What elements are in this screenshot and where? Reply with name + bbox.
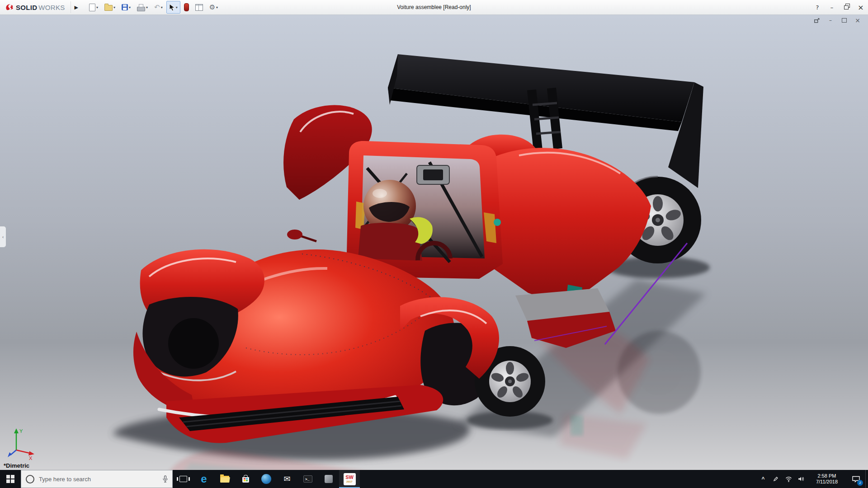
show-desktop-button[interactable] xyxy=(865,470,868,488)
globe-icon xyxy=(261,474,271,484)
y-axis-label: Y xyxy=(19,428,23,434)
cortana-icon xyxy=(26,475,34,483)
new-document-icon xyxy=(89,4,95,11)
start-button[interactable] xyxy=(0,470,21,488)
undo-icon: ↶ xyxy=(154,4,160,11)
windows-taskbar: e ✉ >_ SW 2017 ^ xyxy=(0,470,868,488)
doc-minimize-button[interactable]: – xyxy=(826,17,835,24)
clock-date: 7/11/2018 xyxy=(809,479,844,485)
chevron-down-icon[interactable]: ▾ xyxy=(113,5,115,9)
solidworks-window: SOLIDWORKS ▶ ▾ ▾ ▾ ▾ ↶ ▾ xyxy=(0,0,868,488)
design-table-icon xyxy=(195,4,203,11)
3d-viewport-scene[interactable] xyxy=(0,14,868,470)
terminal-icon: >_ xyxy=(303,475,312,483)
chevron-down-icon[interactable]: ▾ xyxy=(146,5,148,9)
hidden-icons-button[interactable]: ^ xyxy=(757,470,769,488)
search-input[interactable] xyxy=(38,475,159,483)
print-icon xyxy=(137,7,145,11)
cursor-arrow-icon xyxy=(169,4,175,11)
brand-solid: SOLID xyxy=(16,4,37,11)
notification-badge: 2 xyxy=(857,480,863,486)
x-axis-arrow xyxy=(28,451,34,456)
graphics-area[interactable]: – × ‹ Y X *Dimetric xyxy=(0,14,868,470)
dassault-3ds-logo-icon xyxy=(5,3,14,11)
pen-tray-button[interactable] xyxy=(769,470,782,488)
solidworks-taskbar-button[interactable]: SW 2017 xyxy=(339,470,360,488)
view-orientation-label: *Dimetric xyxy=(4,462,29,469)
doc-popout-button[interactable] xyxy=(813,17,821,24)
rebuild-button[interactable] xyxy=(181,1,192,14)
store-button[interactable] xyxy=(235,470,256,488)
save-floppy-icon xyxy=(122,4,128,10)
chevron-up-icon: ^ xyxy=(761,476,764,482)
mail-button[interactable]: ✉ xyxy=(277,470,297,488)
design-table-button[interactable] xyxy=(193,1,206,14)
close-button[interactable]: × xyxy=(854,0,868,14)
driver-shoulders xyxy=(358,223,422,261)
microphone-icon[interactable] xyxy=(163,475,168,483)
file-explorer-button[interactable] xyxy=(214,470,235,488)
chevron-down-icon[interactable]: ▾ xyxy=(161,5,163,9)
gear-icon: ⚙ xyxy=(209,4,215,11)
title-bar: SOLIDWORKS ▶ ▾ ▾ ▾ ▾ ↶ ▾ xyxy=(0,0,868,15)
front-left-tire[interactable] xyxy=(168,318,219,369)
edge-icon: e xyxy=(201,474,207,484)
maximize-icon xyxy=(842,18,847,23)
save-button[interactable]: ▾ xyxy=(119,1,133,14)
mail-icon: ✉ xyxy=(283,475,290,483)
store-bag-icon xyxy=(242,477,249,483)
chevron-down-icon[interactable]: ▾ xyxy=(129,5,131,9)
open-folder-icon xyxy=(104,5,113,11)
restore-icon xyxy=(844,5,849,9)
quick-access-toolbar: ▾ ▾ ▾ ▾ ↶ ▾ ▾ xyxy=(86,1,221,14)
solidworks-2017-icon: SW 2017 xyxy=(344,473,356,485)
new-document-button[interactable]: ▾ xyxy=(86,1,101,14)
restore-button[interactable] xyxy=(839,0,854,14)
options-button[interactable]: ⚙ ▾ xyxy=(207,1,221,14)
minimize-button[interactable]: – xyxy=(825,0,839,14)
taskbar-search[interactable] xyxy=(21,470,173,488)
speaker-icon xyxy=(798,476,804,482)
y-axis-arrow xyxy=(14,428,19,433)
x-axis-label: X xyxy=(29,455,33,460)
task-view-button[interactable] xyxy=(173,470,193,488)
panel-collapse-tab[interactable]: ‹ xyxy=(0,226,6,248)
file-explorer-icon xyxy=(220,476,229,482)
help-button[interactable]: ? xyxy=(810,0,825,14)
select-tool-button[interactable]: ▾ xyxy=(166,1,180,14)
doc-close-button[interactable]: × xyxy=(854,17,862,24)
clock-time: 2:58 PM xyxy=(809,473,844,479)
wifi-icon xyxy=(785,476,792,482)
network-tray-button[interactable] xyxy=(782,470,795,488)
brand-works: WORKS xyxy=(38,4,65,11)
app-cube-icon xyxy=(325,475,333,483)
volume-tray-button[interactable] xyxy=(795,470,807,488)
taskbar-clock[interactable]: 2:58 PM 7/11/2018 xyxy=(807,473,846,485)
undo-button[interactable]: ↶ ▾ xyxy=(151,1,165,14)
open-button[interactable]: ▾ xyxy=(102,1,118,14)
orientation-triad: Y X xyxy=(5,425,41,460)
action-center-button[interactable]: 2 xyxy=(846,470,865,488)
rebuild-icon xyxy=(184,3,189,11)
chevron-down-icon[interactable]: ▾ xyxy=(216,5,218,9)
windows-logo-icon xyxy=(6,475,14,483)
edge-button[interactable]: e xyxy=(193,470,214,488)
window-controls: ? – × xyxy=(810,0,868,14)
chevron-down-icon[interactable]: ▾ xyxy=(96,5,98,9)
popout-icon xyxy=(814,18,820,23)
chevron-down-icon[interactable]: ▾ xyxy=(176,5,178,9)
terminal-button[interactable]: >_ xyxy=(297,470,318,488)
window-title: Voiture assemblee [Read-only] xyxy=(397,4,471,10)
solidworks-logo: SOLIDWORKS xyxy=(0,3,69,11)
menu-expand-button[interactable]: ▶ xyxy=(71,1,82,13)
browser-globe-button[interactable] xyxy=(256,470,277,488)
camera-lens xyxy=(423,169,443,180)
document-window-controls: – × xyxy=(813,17,862,24)
doc-maximize-button[interactable] xyxy=(840,17,848,24)
app-cube-button[interactable] xyxy=(318,470,339,488)
teal-detail xyxy=(494,219,501,226)
helmet-shine xyxy=(373,189,387,198)
pen-icon xyxy=(773,476,778,482)
task-view-icon xyxy=(179,476,187,482)
print-button[interactable]: ▾ xyxy=(134,1,151,14)
